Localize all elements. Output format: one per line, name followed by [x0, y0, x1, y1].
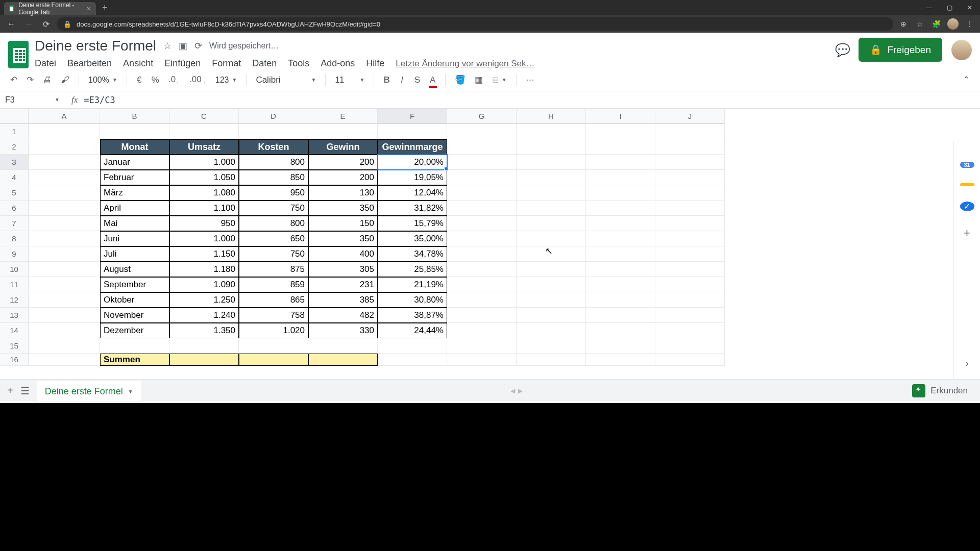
print-button[interactable]: 🖨: [40, 73, 55, 87]
cell-B4[interactable]: Februar: [100, 170, 169, 185]
bookmark-icon[interactable]: ☆: [915, 20, 925, 28]
cell-G10[interactable]: [447, 262, 517, 277]
row-header-14[interactable]: 14: [0, 323, 29, 338]
cell-A2[interactable]: [29, 139, 100, 155]
cell-A1[interactable]: [29, 124, 100, 139]
font-dropdown[interactable]: Calibri ▼: [253, 75, 319, 85]
column-header-J[interactable]: J: [655, 109, 725, 124]
menu-data[interactable]: Daten: [252, 58, 277, 69]
cell-C2[interactable]: Umsatz: [169, 139, 239, 155]
cell-J4[interactable]: [655, 170, 725, 185]
tab-next-icon[interactable]: ▶: [518, 387, 523, 394]
undo-button[interactable]: ↶: [7, 72, 20, 87]
column-header-D[interactable]: D: [239, 109, 308, 124]
cell-F7[interactable]: 15,79%: [378, 216, 447, 231]
cell-I14[interactable]: [586, 323, 655, 338]
new-tab-button[interactable]: +: [102, 3, 108, 13]
row-header-3[interactable]: 3: [0, 155, 29, 170]
cell-G1[interactable]: [447, 124, 517, 139]
cell-F11[interactable]: 21,19%: [378, 277, 447, 292]
cell-F6[interactable]: 31,82%: [378, 201, 447, 216]
merge-cells-button[interactable]: ⊟▼: [489, 75, 510, 85]
cell-B8[interactable]: Juni: [100, 231, 169, 246]
cell-H4[interactable]: [517, 170, 586, 185]
cell-B6[interactable]: April: [100, 201, 169, 216]
cell-I1[interactable]: [586, 124, 655, 139]
cell-B14[interactable]: Dezember: [100, 323, 169, 338]
cell-J9[interactable]: [655, 246, 725, 262]
cell-H16[interactable]: [517, 354, 586, 366]
star-icon[interactable]: ☆: [163, 40, 172, 52]
cell-E7[interactable]: 150: [308, 216, 378, 231]
cell-J2[interactable]: [655, 139, 725, 155]
select-all-corner[interactable]: [0, 109, 29, 124]
cell-C9[interactable]: 1.150: [169, 246, 239, 262]
cell-C6[interactable]: 1.100: [169, 201, 239, 216]
cell-J12[interactable]: [655, 292, 725, 308]
cell-H7[interactable]: [517, 216, 586, 231]
cell-F2[interactable]: Gewinnmarge: [378, 139, 447, 155]
row-header-6[interactable]: 6: [0, 201, 29, 216]
cell-H14[interactable]: [517, 323, 586, 338]
cell-I11[interactable]: [586, 277, 655, 292]
row-header-4[interactable]: 4: [0, 170, 29, 185]
column-header-I[interactable]: I: [586, 109, 655, 124]
minimize-window-button[interactable]: —: [919, 0, 939, 15]
cell-J11[interactable]: [655, 277, 725, 292]
sheets-logo[interactable]: [8, 41, 29, 68]
row-header-10[interactable]: 10: [0, 262, 29, 277]
cell-G3[interactable]: [447, 155, 517, 170]
cell-F8[interactable]: 35,00%: [378, 231, 447, 246]
cell-A3[interactable]: [29, 155, 100, 170]
cell-C5[interactable]: 1.080: [169, 185, 239, 201]
menu-insert[interactable]: Einfügen: [164, 58, 201, 69]
cell-J16[interactable]: [655, 354, 725, 366]
cell-A7[interactable]: [29, 216, 100, 231]
cell-D2[interactable]: Kosten: [239, 139, 308, 155]
column-header-C[interactable]: C: [169, 109, 239, 124]
cell-G14[interactable]: [447, 323, 517, 338]
cell-I16[interactable]: [586, 354, 655, 366]
cell-B15[interactable]: [100, 338, 169, 354]
cell-E1[interactable]: [308, 124, 378, 139]
cell-E12[interactable]: 385: [308, 292, 378, 308]
expand-panel-icon[interactable]: ›: [960, 357, 974, 369]
cell-D11[interactable]: 859: [239, 277, 308, 292]
cell-D6[interactable]: 750: [239, 201, 308, 216]
cell-J8[interactable]: [655, 231, 725, 246]
cell-D4[interactable]: 850: [239, 170, 308, 185]
cell-E2[interactable]: Gewinn: [308, 139, 378, 155]
borders-button[interactable]: ▦: [472, 72, 486, 87]
cell-C12[interactable]: 1.250: [169, 292, 239, 308]
menu-file[interactable]: Datei: [35, 58, 56, 69]
back-button[interactable]: ←: [5, 19, 17, 29]
cell-F3[interactable]: 20,00%: [378, 155, 447, 170]
menu-view[interactable]: Ansicht: [123, 58, 153, 69]
cell-D10[interactable]: 875: [239, 262, 308, 277]
redo-button[interactable]: ↷: [23, 72, 37, 87]
cell-H2[interactable]: [517, 139, 586, 155]
cell-B16[interactable]: Summen: [100, 354, 169, 366]
cell-A4[interactable]: [29, 170, 100, 185]
row-header-1[interactable]: 1: [0, 124, 29, 139]
cell-H12[interactable]: [517, 292, 586, 308]
italic-button[interactable]: I: [396, 73, 408, 87]
cell-I7[interactable]: [586, 216, 655, 231]
currency-button[interactable]: €: [133, 73, 145, 87]
cell-C15[interactable]: [169, 338, 239, 354]
cell-B11[interactable]: September: [100, 277, 169, 292]
cell-B7[interactable]: Mai: [100, 216, 169, 231]
cell-D8[interactable]: 650: [239, 231, 308, 246]
cell-F9[interactable]: 34,78%: [378, 246, 447, 262]
cell-F15[interactable]: [378, 338, 447, 354]
share-button[interactable]: 🔒 Freigeben: [859, 38, 942, 62]
extensions-icon[interactable]: 🧩: [931, 20, 941, 28]
zoom-icon[interactable]: ⊕: [898, 20, 909, 28]
cell-A8[interactable]: [29, 231, 100, 246]
cell-I2[interactable]: [586, 139, 655, 155]
cell-A13[interactable]: [29, 308, 100, 323]
cell-E14[interactable]: 330: [308, 323, 378, 338]
cell-G5[interactable]: [447, 185, 517, 201]
cell-D5[interactable]: 950: [239, 185, 308, 201]
cell-I6[interactable]: [586, 201, 655, 216]
